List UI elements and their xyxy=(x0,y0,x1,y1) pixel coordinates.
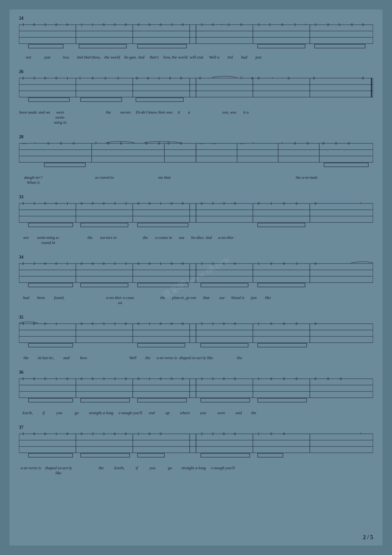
svg-text:3: 3 xyxy=(269,22,271,27)
lyrics-7: Earth, if you go straight a-long e-nough… xyxy=(19,410,373,415)
svg-text:0: 0 xyxy=(315,201,316,206)
svg-text:7: 7 xyxy=(240,76,242,80)
svg-text:0: 0 xyxy=(234,321,236,326)
svg-rect-46 xyxy=(315,44,365,48)
staff-system-5: 34 3 3 0 0 1 0 0 0 3 3 0 0 xyxy=(19,255,373,305)
svg-text:0: 0 xyxy=(92,377,94,381)
svg-text:0: 0 xyxy=(234,261,236,266)
svg-text:0: 0 xyxy=(171,321,173,326)
svg-text:0: 0 xyxy=(223,321,225,326)
svg-rect-42 xyxy=(28,44,63,48)
svg-text:3: 3 xyxy=(92,432,94,436)
measure-number-6: 35 xyxy=(19,315,373,320)
svg-text:0: 0 xyxy=(322,141,324,146)
svg-text:3: 3 xyxy=(223,201,225,206)
page-number: 2 / 5 xyxy=(363,534,373,541)
staff-system-6: 35 3 0 0 1 0 0 3 3 0 0 1 xyxy=(19,315,373,360)
svg-rect-285 xyxy=(258,398,307,402)
svg-text:0: 0 xyxy=(160,377,162,381)
svg-text:0: 0 xyxy=(294,141,296,146)
svg-rect-320 xyxy=(81,453,130,457)
staff-system-1: 24 3 0 3 0 0 1 1 0 0 0 0 xyxy=(19,16,373,60)
svg-text:0: 0 xyxy=(44,321,46,326)
svg-text:3: 3 xyxy=(22,377,24,381)
svg-text:0: 0 xyxy=(44,432,46,436)
lyrics-4: are swim-ming a-round in the wa-ters in … xyxy=(19,235,373,245)
svg-text:1: 1 xyxy=(81,22,83,27)
svg-rect-159 xyxy=(28,223,73,227)
svg-text:3: 3 xyxy=(22,261,24,266)
svg-text:0: 0 xyxy=(315,321,316,326)
tab-staff-svg-1: 3 0 3 0 0 1 1 0 0 0 0 0 0 3 0 3 0 3 0 3 … xyxy=(19,22,373,50)
svg-text:0: 0 xyxy=(160,22,162,27)
svg-text:3: 3 xyxy=(114,261,116,266)
svg-text:1: 1 xyxy=(258,432,260,436)
svg-text:0: 0 xyxy=(73,141,75,146)
staff-system-2: 26 3 3 0 0 1 1 0 3 3 0 0 1 xyxy=(19,69,373,125)
svg-text:0: 0 xyxy=(125,321,127,326)
svg-text:—: — xyxy=(240,141,245,146)
svg-text:7: 7 xyxy=(95,141,97,146)
svg-text:0: 0 xyxy=(315,261,316,266)
svg-text:0: 0 xyxy=(92,261,94,266)
svg-text:0: 0 xyxy=(234,377,236,381)
svg-rect-281 xyxy=(28,398,73,402)
svg-text:3: 3 xyxy=(33,261,35,266)
svg-text:1: 1 xyxy=(55,321,57,326)
svg-rect-160 xyxy=(81,223,128,227)
tab-staff-svg-4: 3 3 0 0 1 0 0 0 3 3 0 0 1 0 0 0 3 3 0 0 … xyxy=(19,200,373,230)
svg-text:3: 3 xyxy=(44,22,46,27)
svg-text:0: 0 xyxy=(315,377,316,381)
svg-rect-284 xyxy=(201,398,250,402)
svg-text:0: 0 xyxy=(283,201,285,206)
svg-text:0: 0 xyxy=(138,201,139,206)
svg-text:1: 1 xyxy=(258,261,260,266)
svg-text:0: 0 xyxy=(258,76,260,80)
svg-rect-162 xyxy=(258,223,305,227)
svg-text:0: 0 xyxy=(362,22,364,27)
svg-text:3: 3 xyxy=(212,321,214,326)
svg-text:0: 0 xyxy=(296,321,297,326)
svg-rect-44 xyxy=(138,44,187,48)
svg-text:1: 1 xyxy=(160,261,162,266)
svg-text:0: 0 xyxy=(283,261,285,266)
svg-text:1: 1 xyxy=(149,377,150,381)
tab-staff-svg-2: 3 3 0 0 1 1 0 3 3 0 0 1 0 0 0 7 0 0 𝄾 0 … xyxy=(19,75,373,105)
svg-text:1: 1 xyxy=(149,321,150,326)
svg-text:0: 0 xyxy=(138,377,139,381)
svg-rect-201 xyxy=(138,283,188,287)
svg-text:0: 0 xyxy=(296,201,297,206)
svg-text:0: 0 xyxy=(180,76,182,80)
tab-staff-svg-7: 3 0 0 1 0 0 0 3 3 0 0 1 0 0 0 3 3 0 0 1 … xyxy=(19,376,373,406)
svg-text:0: 0 xyxy=(33,22,35,27)
svg-text:0: 0 xyxy=(335,141,337,146)
svg-text:0: 0 xyxy=(307,141,309,146)
svg-text:0: 0 xyxy=(55,261,57,266)
svg-text:3: 3 xyxy=(228,22,230,27)
svg-rect-282 xyxy=(81,398,130,402)
svg-text:0: 0 xyxy=(136,76,138,80)
svg-text:0: 0 xyxy=(313,76,315,80)
lyrics-8: u-ni-verse is shaped ex-act-ly like the … xyxy=(19,465,373,476)
svg-text:3: 3 xyxy=(212,377,214,381)
svg-text:3: 3 xyxy=(171,22,173,27)
page: 谱采吧 www.n8.com 24 3 0 3 0 0 1 1 xyxy=(9,9,383,546)
svg-text:0: 0 xyxy=(182,261,184,266)
svg-text:0: 0 xyxy=(114,432,116,436)
svg-text:0: 0 xyxy=(283,321,285,326)
svg-rect-83 xyxy=(136,98,183,102)
svg-text:1: 1 xyxy=(258,321,260,326)
svg-rect-241 xyxy=(201,343,248,347)
svg-rect-283 xyxy=(138,398,187,402)
svg-text:0: 0 xyxy=(66,22,68,27)
svg-text:3: 3 xyxy=(103,432,105,436)
tab-staff-svg-8: 3 0 0 1 0 0 3 3 0 0 1 0 0 3 3 0 0 1 0 0 … xyxy=(19,431,373,461)
svg-text:0: 0 xyxy=(234,201,236,206)
svg-text:0: 0 xyxy=(171,261,173,266)
tab-staff-svg-3: — 𝄾 0 0 0 7 0 0 𝄾 0 0 0 0 — — — 𝄾 𝄾 0 0 … xyxy=(19,140,373,170)
svg-text:0: 0 xyxy=(125,377,127,381)
svg-text:0: 0 xyxy=(240,22,242,27)
svg-text:3: 3 xyxy=(114,377,116,381)
svg-text:3: 3 xyxy=(212,201,214,206)
svg-text:0: 0 xyxy=(66,377,68,381)
